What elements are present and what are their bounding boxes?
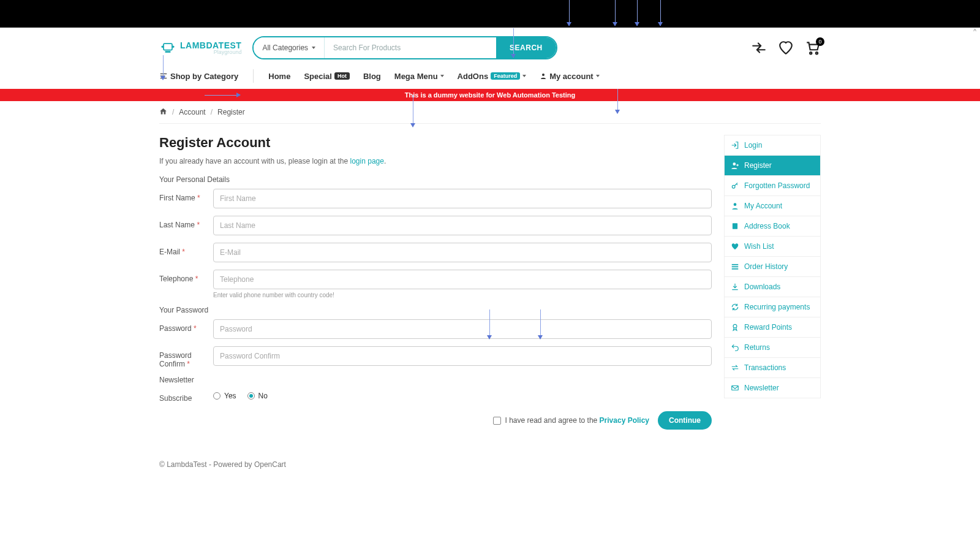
svg-rect-18 bbox=[732, 386, 739, 390]
sidebar-item-label: Returns bbox=[744, 343, 770, 352]
agree-label[interactable]: I have read and agree to the Privacy Pol… bbox=[493, 416, 649, 425]
continue-button[interactable]: Continue bbox=[658, 411, 712, 430]
list-icon bbox=[731, 262, 739, 271]
nav-separator bbox=[253, 69, 254, 83]
sidebar-item-address-book[interactable]: Address Book bbox=[725, 216, 820, 237]
sidebar-item-recurring-payments[interactable]: Recurring payments bbox=[725, 297, 820, 317]
svg-point-11 bbox=[732, 185, 735, 188]
subscribe-no[interactable]: No bbox=[247, 392, 268, 400]
section-newsletter: Newsletter bbox=[159, 376, 712, 384]
nav-my-account[interactable]: My account bbox=[540, 72, 600, 81]
sidebar-item-reward-points[interactable]: Reward Points bbox=[725, 317, 820, 338]
footer-text: © LambdaTest - Powered by OpenCart bbox=[159, 454, 821, 475]
account-sidebar: LoginRegisterForgotten PasswordMy Accoun… bbox=[724, 135, 821, 430]
sidebar-item-login[interactable]: Login bbox=[725, 135, 820, 156]
breadcrumb-account[interactable]: Account bbox=[179, 108, 205, 116]
nav-addons[interactable]: AddOnsFeatured bbox=[458, 72, 527, 81]
nav-home[interactable]: Home bbox=[268, 72, 290, 81]
nav-mega-menu[interactable]: Mega Menu bbox=[394, 72, 444, 81]
breadcrumb-sep: / bbox=[211, 108, 213, 116]
search-category-label: All Categories bbox=[262, 44, 308, 52]
site-header: LAMBDATEST Playground All Categories SEA… bbox=[159, 28, 821, 63]
annotation-arrow bbox=[205, 95, 240, 96]
last-name-input[interactable] bbox=[213, 216, 712, 235]
password-confirm-input[interactable] bbox=[213, 346, 712, 366]
email-input[interactable] bbox=[213, 243, 712, 262]
login-icon bbox=[731, 141, 739, 150]
undo-icon bbox=[731, 343, 739, 352]
nav-badge: Hot bbox=[334, 72, 350, 80]
section-password: Your Password bbox=[159, 306, 712, 314]
radio-icon bbox=[247, 392, 255, 400]
nav-label: My account bbox=[549, 72, 594, 81]
label-first-name: First Name * bbox=[159, 189, 213, 202]
search-category-dropdown[interactable]: All Categories bbox=[254, 37, 325, 58]
shop-by-category[interactable]: Shop by Category bbox=[159, 72, 238, 81]
sidebar-item-label: Forgotten Password bbox=[744, 181, 810, 190]
scroll-hint: ^ bbox=[973, 28, 976, 35]
key-icon bbox=[731, 181, 739, 190]
nav-blog[interactable]: Blog bbox=[363, 72, 381, 81]
annotation-arrow bbox=[540, 309, 541, 339]
annotation-arrow bbox=[617, 89, 618, 113]
sidebar-item-label: Wish List bbox=[744, 242, 774, 251]
agree-text: I have read and agree to the bbox=[505, 416, 599, 425]
label-email: E-Mail * bbox=[159, 243, 213, 256]
svg-rect-14 bbox=[732, 264, 739, 265]
nav-label: Special bbox=[304, 72, 332, 81]
logo-text-main: LAMBDATEST bbox=[180, 41, 241, 50]
user-icon bbox=[731, 202, 739, 210]
nav-label: Blog bbox=[363, 72, 381, 81]
site-logo[interactable]: LAMBDATEST Playground bbox=[159, 39, 241, 56]
svg-rect-16 bbox=[732, 268, 739, 270]
download-icon bbox=[731, 283, 739, 291]
telephone-help: Enter valid phone number with country co… bbox=[213, 292, 712, 298]
heart-icon bbox=[731, 242, 739, 251]
agree-checkbox[interactable] bbox=[493, 417, 501, 425]
nav-label: Home bbox=[268, 72, 290, 81]
sidebar-item-wish-list[interactable]: Wish List bbox=[725, 237, 820, 257]
cart-icon[interactable]: 0 bbox=[805, 40, 821, 56]
subscribe-yes[interactable]: Yes bbox=[213, 392, 236, 400]
annotation-arrow bbox=[489, 309, 490, 339]
radio-icon bbox=[213, 392, 221, 400]
sidebar-item-my-account[interactable]: My Account bbox=[725, 196, 820, 216]
annotation-arrow bbox=[413, 95, 413, 127]
sidebar-item-downloads[interactable]: Downloads bbox=[725, 277, 820, 297]
user-plus-icon bbox=[731, 161, 739, 170]
svg-point-2 bbox=[172, 46, 175, 48]
first-name-input[interactable] bbox=[213, 189, 712, 208]
annotation-arrow bbox=[163, 55, 164, 80]
password-input[interactable] bbox=[213, 319, 712, 339]
wishlist-icon[interactable] bbox=[778, 40, 794, 56]
page-title: Register Account bbox=[159, 135, 712, 151]
search-input[interactable] bbox=[325, 37, 496, 58]
svg-point-5 bbox=[816, 52, 818, 54]
sidebar-item-returns[interactable]: Returns bbox=[725, 338, 820, 358]
nav-special[interactable]: SpecialHot bbox=[304, 72, 350, 81]
home-icon bbox=[159, 107, 167, 115]
privacy-policy-link[interactable]: Privacy Policy bbox=[600, 416, 649, 425]
login-page-link[interactable]: login page bbox=[350, 157, 384, 165]
search-button[interactable]: SEARCH bbox=[496, 37, 556, 58]
breadcrumb-home[interactable] bbox=[159, 107, 167, 117]
chevron-down-icon bbox=[522, 75, 526, 77]
svg-point-12 bbox=[734, 203, 737, 206]
label-last-name: Last Name * bbox=[159, 216, 213, 229]
annotation-arrow bbox=[569, 0, 570, 26]
sidebar-item-register[interactable]: Register bbox=[725, 156, 820, 176]
breadcrumb-current: Register bbox=[217, 108, 245, 116]
logo-text-sub: Playground bbox=[214, 50, 242, 55]
sidebar-item-newsletter[interactable]: Newsletter bbox=[725, 378, 820, 398]
sidebar-item-transactions[interactable]: Transactions bbox=[725, 358, 820, 378]
sidebar-item-forgotten-password[interactable]: Forgotten Password bbox=[725, 176, 820, 196]
compare-icon[interactable] bbox=[751, 40, 767, 56]
subscribe-no-label: No bbox=[258, 392, 268, 400]
telephone-input[interactable] bbox=[213, 270, 712, 289]
register-form: Register Account If you already have an … bbox=[159, 135, 712, 430]
annotation-arrow bbox=[513, 28, 514, 58]
login-hint-suffix: . bbox=[384, 157, 386, 165]
sidebar-item-order-history[interactable]: Order History bbox=[725, 257, 820, 277]
sidebar-item-label: My Account bbox=[744, 202, 782, 210]
label-telephone: Telephone * bbox=[159, 270, 213, 283]
